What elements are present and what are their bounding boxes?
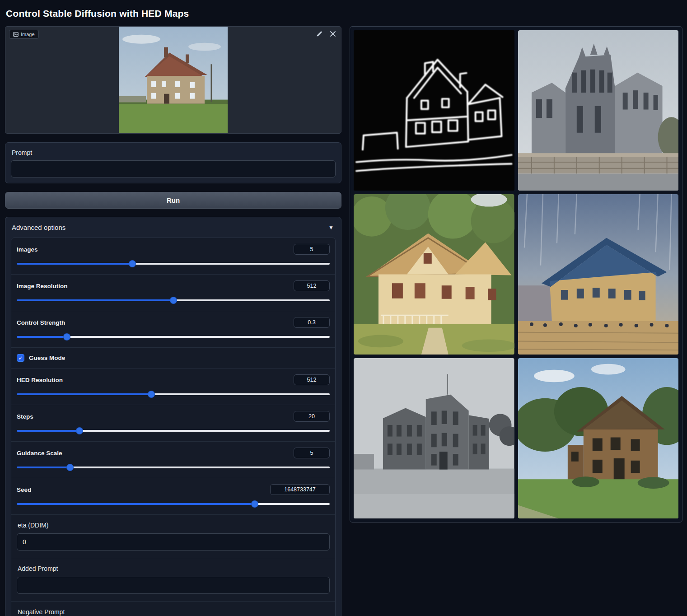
input-image-dropzone[interactable]: Image [5,26,341,134]
seed-slider-row: Seed [11,478,335,515]
guess-mode-checkbox[interactable]: ✓ [17,354,24,362]
guidance-scale-slider-handle[interactable] [67,464,73,471]
guess-mode-row[interactable]: ✓ Guess Mode [11,348,335,369]
hed-resolution-slider-track[interactable] [17,393,330,395]
image-resolution-slider-row: Image Resolution [11,275,335,311]
guidance-scale-value-input[interactable] [294,448,330,458]
image-icon [13,32,19,37]
gallery-image-wooden-house[interactable] [518,358,679,518]
hed-resolution-slider-label: HED Resolution [17,377,63,383]
images-slider-label: Images [17,246,38,253]
controls-column: Image [5,26,341,616]
guidance-scale-slider-row: Guidance Scale [11,442,335,478]
images-slider-row: Images [11,238,335,275]
image-resolution-value-input[interactable] [294,280,330,291]
image-label-badge: Image [9,30,39,39]
eta-ddim-label: eta (DDIM) [18,522,329,529]
seed-value-input[interactable] [270,484,330,495]
guidance-scale-slider[interactable] [17,464,330,471]
steps-slider-row: Steps [11,405,335,442]
image-resolution-slider[interactable] [17,297,330,303]
added-prompt-row: Added Prompt [11,558,335,602]
advanced-options-accordion[interactable]: Advanced options ▼ [11,223,336,238]
control-strength-slider[interactable] [17,334,330,340]
chevron-down-icon: ▼ [328,224,334,231]
check-icon: ✓ [18,355,23,361]
hed-resolution-slider-row: HED Resolution [11,369,335,405]
negative-prompt-label: Negative Prompt [18,608,329,616]
prompt-label: Prompt [12,149,335,156]
control-strength-slider-handle[interactable] [64,334,70,340]
control-strength-slider-label: Control Strength [17,319,65,326]
added-prompt-input[interactable] [17,577,330,594]
advanced-options-title: Advanced options [12,224,65,231]
seed-slider[interactable] [17,501,330,507]
output-gallery [350,26,682,523]
gallery-image-painted-cottage[interactable] [354,194,514,355]
images-slider[interactable] [17,261,330,267]
steps-slider-track[interactable] [17,430,330,432]
hed-resolution-slider[interactable] [17,391,330,397]
eta-ddim-row: eta (DDIM) [11,515,335,558]
image-label: Image [21,32,35,37]
page-title: Control Stable Diffusion with HED Maps [6,8,682,19]
negative-prompt-row: Negative Prompt [11,602,335,616]
run-button[interactable]: Run [5,192,341,209]
steps-value-input[interactable] [294,411,330,422]
eta-ddim-input[interactable] [17,533,330,551]
guidance-scale-slider-track[interactable] [17,467,330,468]
image-actions [316,30,336,37]
gallery-image-stylized-rainy-painting[interactable] [518,194,679,355]
seed-slider-handle[interactable] [252,501,258,507]
gallery-image-stone-cathedral[interactable] [518,30,679,191]
seed-slider-track[interactable] [17,503,330,505]
prompt-panel: Prompt [5,142,341,183]
steps-slider-label: Steps [17,413,33,420]
prompt-input[interactable] [11,160,336,177]
steps-slider-handle[interactable] [76,428,83,434]
steps-slider[interactable] [17,428,330,434]
gallery-image-hed-edge-map[interactable] [354,30,514,191]
control-strength-slider-row: Control Strength [11,311,335,348]
gallery-image-monochrome-building[interactable] [354,358,514,518]
advanced-options-panel: Advanced options ▼ Images [5,217,341,616]
close-icon[interactable] [329,30,336,37]
advanced-options-body: Images Image Resolution [11,238,336,616]
image-resolution-slider-handle[interactable] [170,297,177,303]
results-column [350,26,682,523]
image-resolution-slider-label: Image Resolution [17,283,68,289]
app-page: Control Stable Diffusion with HED Maps I… [0,0,687,616]
guidance-scale-slider-label: Guidance Scale [17,450,62,457]
guess-mode-label: Guess Mode [29,355,65,361]
uploaded-house-photo[interactable] [119,27,228,133]
images-slider-handle[interactable] [129,261,136,267]
hed-resolution-value-input[interactable] [294,374,330,385]
added-prompt-label: Added Prompt [18,565,329,572]
hed-resolution-slider-handle[interactable] [148,391,154,397]
images-value-input[interactable] [294,244,330,255]
seed-slider-label: Seed [17,486,31,493]
edit-pencil-icon[interactable] [316,30,323,37]
control-strength-value-input[interactable] [294,317,330,328]
images-slider-track[interactable] [17,263,330,265]
